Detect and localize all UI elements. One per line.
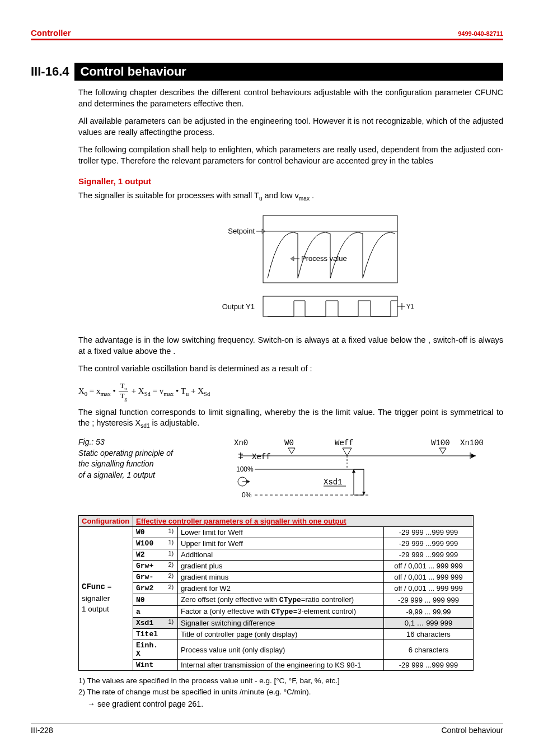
param-description: Factor a (only effective with CType=3-el…	[178, 606, 384, 618]
param-range: off / 0,001 ... 999 999	[384, 561, 474, 572]
para-3: The following compilation shall help to …	[78, 144, 503, 166]
table-row: aFactor a (only effective with CType=3-e…	[79, 606, 474, 618]
page-footer: III-228 Control behaviour	[31, 723, 503, 735]
figure-53-caption: Fig.: 53 Static operating principle of t…	[78, 437, 196, 480]
lbl-w0: W0	[284, 438, 294, 447]
param-footnote-ref: 2)	[166, 583, 178, 594]
sub-max: max	[299, 195, 310, 202]
para-4c: .	[310, 191, 314, 200]
param-description: Title of controller page (only display)	[178, 629, 384, 640]
label-setpoint: Setpoint	[228, 227, 255, 235]
footnote-2: 2) The rate of change must be specified …	[78, 687, 503, 698]
param-description: gradient plus	[178, 561, 384, 572]
table-row: Xsd11)Signaller switching difference0,1 …	[79, 618, 474, 629]
param-code: N0	[133, 594, 166, 606]
figure-53-svg-wrap: Xn0 W0 Weff W100 Xn100 Xeff 100%	[207, 437, 503, 504]
footer-page: III-228	[31, 726, 53, 735]
lbl-xsd1: Xsd1	[324, 478, 343, 487]
param-footnote-ref: 1)	[166, 538, 178, 549]
param-code: Grw2	[133, 583, 166, 594]
footnotes: 1) The values are specified in the proce…	[78, 675, 503, 710]
table-row: Grw+2)gradient plusoff / 0,001 ... 999 9…	[79, 561, 474, 572]
param-code: a	[133, 606, 166, 618]
table-row: W21)Additional-29 999 ...999 999	[79, 549, 474, 561]
param-range: 6 characters	[384, 640, 474, 660]
signaller-diagram-svg: Setpoint Process value Output Y1 Y1	[168, 211, 414, 323]
table-row: N0Zero offset (only effective with CType…	[79, 594, 474, 606]
param-description: gradient for W2	[178, 583, 384, 594]
label-y1: Y1	[406, 303, 414, 310]
param-range: -29 999 ...999 999	[384, 549, 474, 561]
svg-rect-2	[263, 296, 397, 316]
param-code: Grw-	[133, 572, 166, 583]
table-row: TitelTitle of controller page (only disp…	[79, 629, 474, 640]
param-code: Wint	[133, 660, 166, 671]
param-footnote-ref	[166, 594, 178, 606]
param-code: Titel	[133, 629, 166, 640]
page-header: Controller 9499-040-82711	[31, 28, 503, 40]
figure-signaller-diagram: Setpoint Process value Output Y1 Y1	[78, 211, 503, 325]
param-description: Zero offset (only effective with CType=r…	[178, 594, 384, 606]
param-footnote-ref: 2)	[166, 572, 178, 583]
param-range: 0,1 … 999 999	[384, 618, 474, 629]
param-description: Internal after transmission of the engin…	[178, 660, 384, 671]
param-range: -29 999 ...999 999	[384, 538, 474, 549]
footnote-3: → see gradient control page 261.	[78, 698, 503, 710]
lbl-xn100: Xn100	[460, 438, 484, 447]
param-range: -29 999 ... 999 999	[384, 594, 474, 606]
table-row: W1001)Upper limit for Weff-29 999 ...999…	[79, 538, 474, 549]
figure-53-svg: Xn0 W0 Weff W100 Xn100 Xeff 100%	[224, 437, 487, 504]
label-output-y1: Output Y1	[222, 302, 254, 311]
param-code: W100	[133, 538, 166, 549]
para-7: The signal function corresponds to limit…	[78, 407, 503, 430]
para-7b: is adjustable.	[150, 418, 200, 427]
formula-x0: X0 = xmax • TuTg + XSd = vmax • Tu + XSd	[78, 381, 503, 402]
section-heading: III-16.4 Control behaviour	[31, 63, 503, 81]
parameters-table: Configuration Effective controller param…	[78, 515, 474, 671]
th-effective: Effective controller parameters of a sig…	[133, 516, 474, 527]
param-code: W2	[133, 549, 166, 561]
header-domain: Controller	[31, 28, 71, 38]
footer-title: Control behaviour	[441, 726, 503, 735]
param-footnote-ref	[166, 629, 178, 640]
para-4a: The signaller is suitable for processes …	[78, 191, 259, 200]
subheading: Signaller, 1 output	[78, 176, 503, 186]
fig53-l1: Static operating principle of	[78, 448, 196, 459]
fig53-l2: the signalling function	[78, 459, 196, 470]
param-range: 16 characters	[384, 629, 474, 640]
para-1: The following chapter describes the diff…	[78, 87, 503, 109]
label-process-value: Process value	[301, 254, 347, 263]
param-code: Xsd1	[133, 618, 166, 629]
lbl-xn0: Xn0	[234, 438, 248, 447]
param-range: -29 999 ...999 999	[384, 660, 474, 671]
footnote-1: 1) The values are specified in the proce…	[78, 675, 503, 687]
param-description: Signaller switching difference	[178, 618, 384, 629]
sub-sd1: sd1	[140, 423, 149, 429]
para-2: All available parameters can be adjusted…	[78, 116, 503, 138]
table-row: Grw-2)gradient minusoff / 0,001 ... 999 …	[79, 572, 474, 583]
param-range: off / 0,001 ... 999 999	[384, 583, 474, 594]
param-range: off / 0,001 ... 999 999	[384, 572, 474, 583]
table-row: Grw22)gradient for W2off / 0,001 ... 999…	[79, 583, 474, 594]
lbl-0pct: 0%	[242, 491, 252, 499]
param-footnote-ref	[166, 640, 178, 660]
param-description: gradient minus	[178, 572, 384, 583]
param-footnote-ref: 1)	[166, 527, 178, 538]
param-footnote-ref	[166, 606, 178, 618]
th-configuration: Configuration	[79, 516, 133, 527]
table-row: Einh.XProcess value unit (only display)6…	[79, 640, 474, 660]
figure-53-row: Fig.: 53 Static operating principle of t…	[78, 437, 503, 504]
param-footnote-ref: 1)	[166, 618, 178, 629]
param-code: Einh.X	[133, 640, 166, 660]
param-footnote-ref: 1)	[166, 549, 178, 561]
para-5: The advantage is in the low switching fr…	[78, 335, 503, 357]
header-docnum: 9499-040-82711	[458, 30, 503, 37]
para-4b: and low v	[263, 191, 299, 200]
section-title: Control behaviour	[74, 63, 503, 81]
para-4: The signaller is suitable for processes …	[78, 190, 503, 203]
lbl-weff: Weff	[335, 438, 354, 447]
table-row: WintInternal after transmission of the e…	[79, 660, 474, 671]
lbl-w100: W100	[431, 438, 450, 447]
cfunc-cell: CFunc = signaller1 output	[79, 527, 133, 671]
param-range: -9,99 ... 99,99	[384, 606, 474, 618]
